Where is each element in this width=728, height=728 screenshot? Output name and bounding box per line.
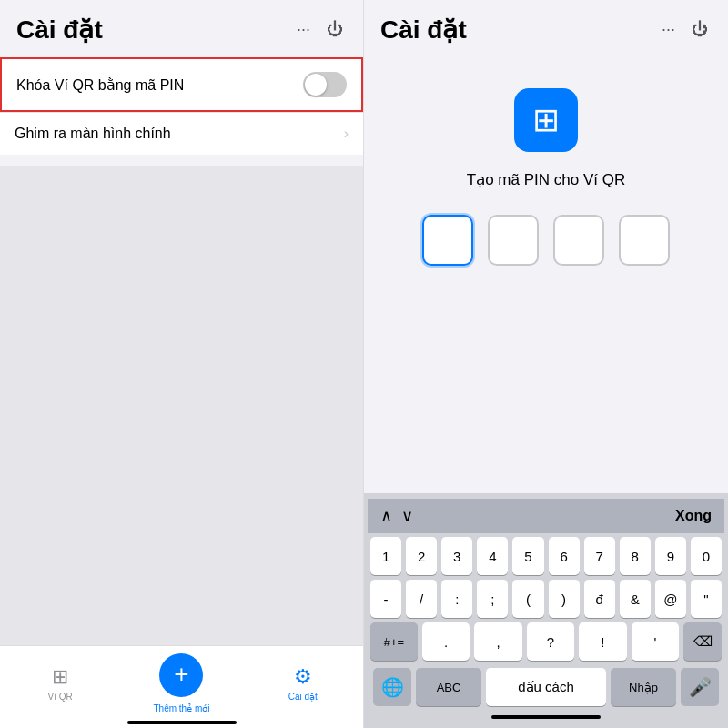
keyboard: ∧ ∨ Xong 1 2 3 4 5 6 7 8 9 0 - / (364, 493, 728, 728)
key-ampersand[interactable]: & (620, 580, 651, 618)
add-icon: + (174, 662, 188, 687)
pin-setup-title: Tạo mã PIN cho Ví QR (467, 170, 625, 189)
toggle-thumb (305, 74, 327, 96)
key-0[interactable]: 0 (691, 537, 722, 575)
key-comma[interactable]: , (474, 622, 521, 661)
more-button[interactable]: ··· (293, 18, 314, 41)
tab-vi-qr[interactable]: ⊞ Ví QR (33, 665, 87, 702)
key-dot[interactable]: . (422, 622, 470, 661)
key-3[interactable]: 3 (441, 537, 472, 575)
right-power-button[interactable]: ⏻ (688, 18, 712, 41)
nav-up-btn[interactable]: ∧ (380, 506, 392, 526)
power-button[interactable]: ⏻ (323, 18, 347, 41)
pin-screen-label: Ghim ra màn hình chính (15, 126, 171, 142)
key-colon[interactable]: : (441, 580, 472, 618)
key-hashtag[interactable]: #+= (370, 622, 418, 661)
left-header: Cài đặt ··· ⏻ (0, 0, 363, 52)
key-nhap[interactable]: Nhập (611, 668, 676, 706)
key-question[interactable]: ? (527, 622, 574, 661)
pin-box-1[interactable] (422, 215, 473, 266)
vi-qr-icon: ⊞ (52, 665, 68, 689)
pin-boxes (422, 215, 670, 266)
key-abc[interactable]: ABC (416, 668, 481, 706)
pin-setup-area: ⊞ Tạo mã PIN cho Ví QR (364, 52, 728, 493)
key-quote[interactable]: " (691, 580, 722, 618)
keyboard-nav: ∧ ∨ (380, 506, 413, 526)
nav-down-btn[interactable]: ∨ (401, 506, 413, 526)
right-header-icons: ··· ⏻ (658, 18, 712, 41)
qr-wallet-icon: ⊞ (532, 101, 560, 139)
keyboard-done-btn[interactable]: Xong (675, 508, 712, 524)
key-lparen[interactable]: ( (512, 580, 543, 618)
mic-icon[interactable]: 🎤 (681, 668, 719, 706)
key-5[interactable]: 5 (512, 537, 543, 575)
key-7[interactable]: 7 (584, 537, 615, 575)
key-6[interactable]: 6 (549, 537, 580, 575)
left-header-icons: ··· ⏻ (293, 18, 347, 41)
globe-icon[interactable]: 🌐 (373, 668, 411, 706)
tab-cai-dat[interactable]: ⚙ Cài đặt (276, 665, 330, 702)
add-btn[interactable]: + (159, 653, 203, 697)
home-indicator-left (127, 721, 237, 724)
right-header: Cài đặt ··· ⏻ (364, 0, 728, 52)
key-4[interactable]: 4 (477, 537, 508, 575)
qr-icon-circle: ⊞ (514, 88, 578, 152)
settings-list: Khóa Ví QR bằng mã PIN Ghim ra màn hình … (0, 57, 363, 155)
key-slash[interactable]: / (406, 580, 437, 618)
left-title: Cài đặt (16, 15, 103, 45)
key-rparen[interactable]: ) (549, 580, 580, 618)
left-panel: Cài đặt ··· ⏻ Khóa Ví QR bằng mã PIN Ghi… (0, 0, 364, 728)
key-d-stroke[interactable]: đ (584, 580, 615, 618)
key-space[interactable]: dấu cách (486, 668, 606, 706)
chevron-icon: › (344, 126, 349, 142)
home-indicator-right (491, 715, 601, 719)
cai-dat-label: Cài đặt (288, 692, 318, 702)
tab-them-the[interactable]: + Thêm thẻ mới (153, 653, 209, 713)
keyboard-row-2: - / : ; ( ) đ & @ " (370, 580, 722, 618)
key-8[interactable]: 8 (620, 537, 651, 575)
them-the-label: Thêm thẻ mới (153, 703, 209, 713)
key-at[interactable]: @ (655, 580, 686, 618)
keyboard-row-1: 1 2 3 4 5 6 7 8 9 0 (370, 537, 722, 575)
key-dash[interactable]: - (370, 580, 401, 618)
pin-screen-setting[interactable]: Ghim ra màn hình chính › (0, 112, 363, 155)
keyboard-row-3: #+= . , ? ! ' ⌫ (370, 622, 722, 661)
pin-lock-toggle[interactable] (303, 72, 347, 97)
right-more-button[interactable]: ··· (658, 18, 679, 41)
pin-lock-setting[interactable]: Khóa Ví QR bằng mã PIN (0, 57, 363, 112)
right-panel: Cài đặt ··· ⏻ ⊞ Tạo mã PIN cho Ví QR ∧ ∨… (364, 0, 728, 728)
key-delete[interactable]: ⌫ (683, 622, 722, 661)
pin-box-4 (619, 215, 670, 266)
keyboard-bottom-row: 🌐 ABC dấu cách Nhập 🎤 (368, 664, 724, 710)
key-semicolon[interactable]: ; (477, 580, 508, 618)
key-9[interactable]: 9 (655, 537, 686, 575)
tab-bar: ⊞ Ví QR + Thêm thẻ mới ⚙ Cài đặt (0, 645, 363, 728)
pin-box-3 (553, 215, 604, 266)
key-1[interactable]: 1 (370, 537, 401, 575)
right-title: Cài đặt (380, 15, 467, 45)
key-apostrophe[interactable]: ' (632, 622, 679, 661)
pin-lock-label: Khóa Ví QR bằng mã PIN (16, 76, 184, 94)
pin-box-2 (488, 215, 539, 266)
left-content-area (0, 166, 363, 645)
keyboard-rows: 1 2 3 4 5 6 7 8 9 0 - / : ; ( ) đ & (368, 533, 724, 664)
key-exclaim[interactable]: ! (579, 622, 626, 661)
cai-dat-icon: ⚙ (294, 665, 312, 689)
keyboard-toolbar: ∧ ∨ Xong (368, 499, 724, 533)
vi-qr-label: Ví QR (48, 692, 73, 702)
key-2[interactable]: 2 (406, 537, 437, 575)
